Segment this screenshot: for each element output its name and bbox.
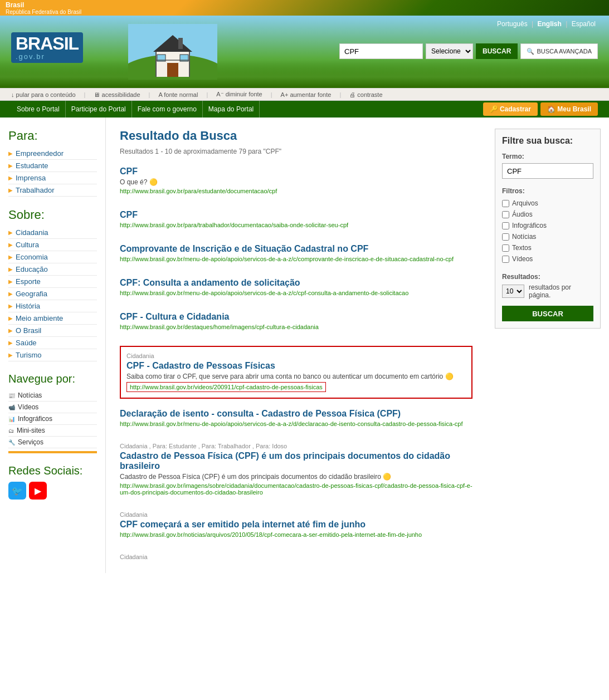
arrow-icon: ▶ <box>8 187 13 193</box>
result-title-5[interactable]: CPF - Cultura e Cidadania <box>120 312 472 322</box>
sidebar-sobre-section: Sobre: ▶ Cidadania ▶ Cultura ▶ Economia … <box>8 208 97 361</box>
result-url-8[interactable]: http://www.brasil.gov.br/imagens/sobre/c… <box>120 482 472 496</box>
youtube-icon[interactable]: ▶ <box>29 482 47 500</box>
arrow-icon: ▶ <box>8 242 13 248</box>
brasil-logo: BRASIL .gov.br <box>11 32 83 63</box>
nav-sobre-portal[interactable]: Sobre o Portal <box>11 101 66 118</box>
sidebar-label-saude: Saúde <box>16 339 37 347</box>
video-icon: 📹 <box>8 404 15 410</box>
results-per-page-row: 10 20 30 resultados por página. <box>502 283 593 299</box>
sidebar-item-turismo[interactable]: ▶ Turismo <box>8 349 97 361</box>
result-category-9: Cidadania <box>120 511 472 518</box>
sidebar-nav-label-videos: Vídeos <box>18 403 38 411</box>
sidebar-item-educacao[interactable]: ▶ Educação <box>8 263 97 276</box>
result-url-2[interactable]: http://www.brasil.gov.br/para/trabalhado… <box>120 222 472 228</box>
result-title-2[interactable]: CPF <box>120 210 472 220</box>
language-bar: Português | English | Español <box>495 20 598 28</box>
header-search-select[interactable]: Selecione <box>426 43 473 59</box>
filter-check-noticias: Notícias <box>502 231 593 242</box>
sidebar-item-estudante[interactable]: ▶ Estudante <box>8 160 97 172</box>
sidebar-item-esporte[interactable]: ▶ Esporte <box>8 276 97 288</box>
result-title-9[interactable]: CPF começará a ser emitido pela internet… <box>120 520 472 530</box>
skip-content-link[interactable]: ↓ pular para o conteúdo <box>11 91 76 98</box>
main-nav-bar: Sobre o Portal Participe do Portal Fale … <box>0 101 609 118</box>
advanced-search-button[interactable]: 🔍 BUSCA AVANÇADA <box>520 43 598 59</box>
lang-portugues[interactable]: Português <box>497 20 528 28</box>
filter-termo-section: Termo: <box>502 153 593 179</box>
result-url-4[interactable]: http://www.brasil.gov.br/menu-de-apoio/a… <box>120 290 472 296</box>
result-title-1[interactable]: CPF <box>120 167 472 177</box>
sidebar-orange-divider <box>8 451 97 453</box>
cadastrar-button[interactable]: 🔑 Cadastrar <box>483 102 538 116</box>
result-url-7[interactable]: http://www.brasil.gov.br/menu-de-apoio/a… <box>120 420 472 427</box>
result-url-6[interactable]: http://www.brasil.gov.br/videos/200911/c… <box>126 382 326 392</box>
site-title: Brasil <box>6 1 81 9</box>
nav-participe-portal[interactable]: Participe do Portal <box>66 101 132 118</box>
logo-area: BRASIL .gov.br <box>11 32 89 63</box>
sidebar-nav-noticias[interactable]: 📰 Notícias <box>8 390 97 402</box>
sidebar-item-cidadania[interactable]: ▶ Cidadania <box>8 227 97 239</box>
result-title-6[interactable]: CPF - Cadastro de Pessoas Físicas <box>126 361 466 371</box>
font-decrease-link[interactable]: A⁻ diminuir fonte <box>216 91 262 98</box>
contrast-link[interactable]: 🖨 contraste <box>349 91 382 98</box>
sidebar-item-o-brasil[interactable]: ▶ O Brasil <box>8 325 97 337</box>
sidebar-item-saude[interactable]: ▶ Saúde <box>8 337 97 349</box>
result-title-4[interactable]: CPF: Consulta a andamento de solicitação <box>120 278 472 288</box>
filter-term-input[interactable] <box>502 163 593 179</box>
sidebar-item-empreendedor[interactable]: ▶ Empreendedor <box>8 148 97 160</box>
sidebar-nav-mini-sites[interactable]: 🗂 Mini-sites <box>8 425 97 437</box>
sidebar-label-economia: Economia <box>16 253 48 261</box>
accessibility-link[interactable]: 🖥 acessibilidade <box>94 91 140 98</box>
checkbox-arquivos[interactable] <box>502 200 509 207</box>
checkbox-audios[interactable] <box>502 211 509 218</box>
sidebar-item-economia[interactable]: ▶ Economia <box>8 251 97 263</box>
result-title-8[interactable]: Cadastro de Pessoa Física (CPF) é um dos… <box>120 451 472 471</box>
result-title-3[interactable]: Comprovante de Inscrição e de Situação C… <box>120 244 472 254</box>
sidebar-item-historia[interactable]: ▶ História <box>8 300 97 312</box>
result-item-5: CPF - Cultura e Cidadania http://www.bra… <box>120 312 472 336</box>
sidebar-item-imprensa[interactable]: ▶ Imprensa <box>8 172 97 184</box>
nav-mapa-portal[interactable]: Mapa do Portal <box>203 101 260 118</box>
result-desc-6: Saiba como tirar o CPF, que serve para a… <box>126 373 466 380</box>
checkbox-noticias[interactable] <box>502 233 509 241</box>
arrow-icon: ▶ <box>8 175 13 181</box>
checkbox-videos[interactable] <box>502 256 509 263</box>
checkbox-textos[interactable] <box>502 244 509 252</box>
sidebar-nav-servicos[interactable]: 🔧 Serviços <box>8 437 97 448</box>
news-icon: 📰 <box>8 393 15 399</box>
sidebar-nav-videos[interactable]: 📹 Vídeos <box>8 402 97 413</box>
result-url-3[interactable]: http://www.brasil.gov.br/menu-de-apoio/a… <box>120 256 472 262</box>
lang-english[interactable]: English <box>537 20 561 28</box>
result-url-1[interactable]: http://www.brasil.gov.br/para/estudante/… <box>120 188 472 194</box>
accessibility-bar: ↓ pular para o conteúdo | 🖥 acessibilida… <box>0 88 609 101</box>
arrow-icon: ▶ <box>8 327 13 334</box>
checkbox-textos-label: Textos <box>512 244 532 252</box>
result-item-7: Declaração de isento - consulta - Cadast… <box>120 409 472 433</box>
sidebar-label-esporte: Esporte <box>16 277 41 286</box>
result-item-3: Comprovante de Inscrição e de Situação C… <box>120 244 472 268</box>
social-title: Redes Sociais: <box>8 464 97 477</box>
sidebar-label-o-brasil: O Brasil <box>16 326 41 335</box>
sidebar-item-cultura[interactable]: ▶ Cultura <box>8 239 97 251</box>
result-url-5[interactable]: http://www.brasil.gov.br/destaques/home/… <box>120 324 472 330</box>
sidebar-item-trabalhador[interactable]: ▶ Trabalhador <box>8 184 97 197</box>
sidebar-item-meio-ambiente[interactable]: ▶ Meio ambiente <box>8 312 97 325</box>
meu-brasil-button[interactable]: 🏠 Meu Brasil <box>540 102 598 116</box>
sidebar-social-section: Redes Sociais: 🐦 ▶ <box>8 464 97 500</box>
lang-espanol[interactable]: Español <box>572 20 596 28</box>
font-increase-link[interactable]: A+ aumentar fonte <box>281 91 332 98</box>
header-search-button[interactable]: BUSCAR <box>476 43 518 59</box>
sidebar: Para: ▶ Empreendedor ▶ Estudante ▶ Impre… <box>0 118 106 573</box>
font-normal-link[interactable]: A fonte normal <box>158 91 198 98</box>
sidebar-nav-infograficos[interactable]: 📊 Infográficos <box>8 413 97 425</box>
sidebar-item-geografia[interactable]: ▶ Geografia <box>8 288 97 300</box>
filter-box: Filtre sua busca: Termo: Filtros: Arquiv… <box>495 129 601 329</box>
result-title-7[interactable]: Declaração de isento - consulta - Cadast… <box>120 409 472 419</box>
results-per-page-select[interactable]: 10 20 30 <box>502 285 524 298</box>
checkbox-infograficos[interactable] <box>502 222 509 229</box>
filter-buscar-button[interactable]: BUSCAR <box>502 306 593 321</box>
nav-fale-governo[interactable]: Fale com o governo <box>132 101 203 118</box>
result-url-9[interactable]: http://www.brasil.gov.br/noticias/arquiv… <box>120 531 472 538</box>
twitter-icon[interactable]: 🐦 <box>8 482 26 500</box>
header-search-input[interactable] <box>339 43 423 59</box>
